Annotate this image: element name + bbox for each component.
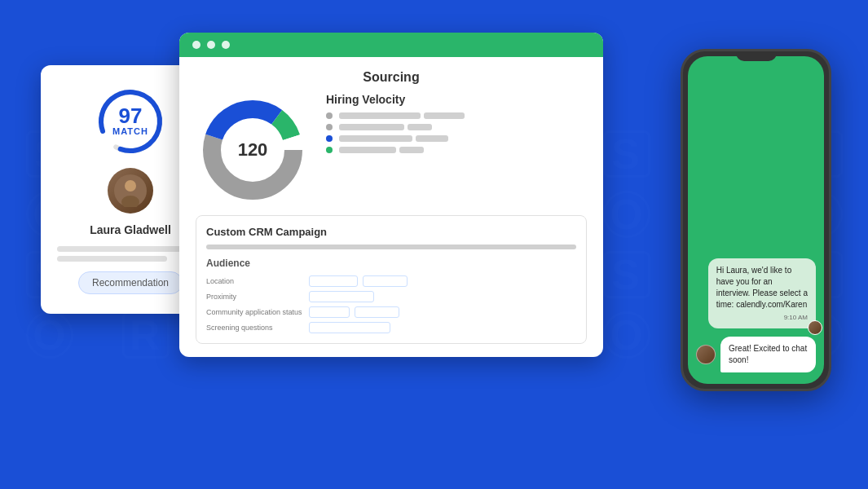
- hiring-velocity-section: Hiring Velocity: [326, 93, 587, 153]
- sourcing-card: Sourcing 120 H: [179, 33, 603, 357]
- audience-row-location: Location: [206, 275, 576, 287]
- wm-o8: O: [603, 191, 650, 238]
- wm-s9: S: [603, 251, 650, 298]
- aud-field-location-2[interactable]: [363, 275, 408, 287]
- sourcing-header: [179, 33, 603, 57]
- aud-label-location: Location: [206, 277, 304, 285]
- message-outgoing-text: Great! Excited to chat soon!: [729, 343, 808, 366]
- audience-label: Audience: [206, 258, 576, 269]
- message-outgoing-wrapper: Great! Excited to chat soon!: [696, 337, 816, 372]
- match-score-label: 97 MATCH: [112, 105, 148, 136]
- phone-notch: [736, 51, 777, 61]
- hv-row-2: [326, 124, 587, 130]
- hv-bar-4a: [339, 147, 396, 153]
- hv-bar-group-2: [339, 124, 587, 130]
- hv-bar-group-3: [339, 135, 587, 142]
- sourcing-body: Sourcing 120 H: [179, 57, 603, 357]
- audience-row-screening: Screening questions: [206, 322, 576, 333]
- sourcing-title: Sourcing: [196, 70, 587, 85]
- match-text: MATCH: [112, 126, 148, 136]
- hv-bar-4b: [399, 147, 424, 153]
- svg-point-3: [125, 180, 136, 192]
- hv-bar-1a: [339, 112, 421, 119]
- wm-r5: R: [122, 311, 170, 359]
- message-outgoing: Great! Excited to chat soon!: [720, 337, 816, 372]
- aud-label-community: Community application status: [206, 308, 304, 316]
- crm-progress-bar: [206, 244, 576, 249]
- aud-field-location-1[interactable]: [309, 275, 358, 287]
- candidate-name: Laura Gladwell: [90, 223, 171, 236]
- aud-field-community-1[interactable]: [309, 306, 350, 318]
- hv-dot-gray: [326, 112, 333, 119]
- traffic-dot-3: [222, 41, 230, 49]
- outgoing-sender-avatar: [696, 345, 716, 364]
- crm-campaign-section: Custom CRM Campaign Audience Location Pr…: [196, 215, 587, 344]
- avatar-image: [114, 174, 147, 207]
- hv-row-1: [326, 112, 587, 119]
- hv-dot-gray2: [326, 124, 333, 130]
- hv-bar-group-1: [339, 112, 587, 119]
- hv-bar-3a: [339, 135, 412, 142]
- wm-o17: O: [603, 311, 650, 359]
- donut-chart: 120: [196, 93, 310, 207]
- aud-label-proximity: Proximity: [206, 293, 304, 301]
- phone-screen: Hi Laura, we'd like to have you for an i…: [688, 56, 824, 384]
- bar-2: [57, 256, 167, 262]
- aud-field-community-2[interactable]: [355, 306, 399, 318]
- aud-field-screening[interactable]: [309, 322, 390, 333]
- hiring-velocity-title: Hiring Velocity: [326, 93, 587, 106]
- hv-bar-2b: [408, 124, 432, 130]
- message-incoming-text: Hi Laura, we'd like to have you for an i…: [716, 266, 808, 309]
- donut-center-value: 120: [238, 139, 268, 161]
- avatar: [108, 168, 153, 214]
- traffic-dot-2: [207, 41, 215, 49]
- sourcing-top-section: 120 Hiring Velocity: [196, 93, 587, 207]
- match-score-number: 97: [112, 105, 148, 126]
- message-incoming-wrapper: Hi Laura, we'd like to have you for an i…: [696, 258, 816, 328]
- hv-bar-3b: [416, 135, 448, 142]
- traffic-dot-1: [192, 41, 200, 49]
- hv-rows: [326, 112, 587, 153]
- phone-card: Hi Laura, we'd like to have you for an i…: [681, 49, 831, 391]
- hv-dot-green: [326, 147, 333, 153]
- hv-row-3: [326, 135, 587, 142]
- hv-bar-group-4: [339, 147, 587, 153]
- aud-field-proximity[interactable]: [309, 291, 374, 302]
- incoming-sender-avatar: [808, 320, 822, 335]
- message-incoming: Hi Laura, we'd like to have you for an i…: [708, 258, 816, 328]
- hv-row-4: [326, 147, 587, 153]
- hv-dot-blue: [326, 135, 333, 142]
- aud-label-screening: Screening questions: [206, 324, 304, 332]
- wm-s4: S: [603, 130, 650, 178]
- message-time: 9:10 AM: [716, 313, 808, 322]
- audience-row-proximity: Proximity: [206, 291, 576, 302]
- wm-o14: O: [26, 311, 73, 359]
- audience-rows: Location Proximity Community application…: [206, 275, 576, 333]
- recommendation-button[interactable]: Recommendation: [78, 271, 183, 294]
- audience-row-community: Community application status: [206, 306, 576, 318]
- crm-title: Custom CRM Campaign: [206, 226, 576, 238]
- hv-bar-1b: [424, 112, 465, 119]
- match-score-circle: 97 MATCH: [94, 85, 167, 158]
- hv-bar-2a: [339, 124, 404, 130]
